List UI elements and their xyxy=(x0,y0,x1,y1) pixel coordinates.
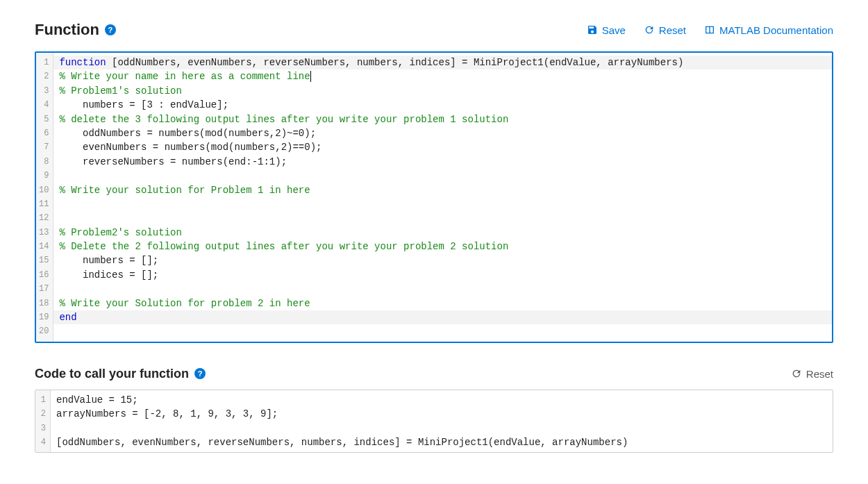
code-line[interactable]: numbers = [3 : endValue]; xyxy=(53,98,832,112)
save-label: Save xyxy=(602,24,626,36)
code-line[interactable]: oddNumbers = numbers(mod(numbers,2)~=0); xyxy=(53,126,832,140)
call-reset-button[interactable]: Reset xyxy=(791,368,833,380)
code-line[interactable]: % Write your Solution for problem 2 in h… xyxy=(53,297,832,310)
code-token: arrayNumbers = [-2, 8, 1, 9, 3, 3, 9]; xyxy=(56,408,278,419)
function-gutter: 1234567891011121314151617181920 xyxy=(36,53,53,342)
code-token: % Write your name in here as a comment l… xyxy=(59,71,310,82)
gutter-line-number: 17 xyxy=(39,282,49,296)
code-line[interactable]: function [oddNumbers, evenNumbers, rever… xyxy=(53,56,832,69)
code-token: [oddNumbers, evenNumbers, reverseNumbers… xyxy=(106,57,684,68)
function-header: Function ? Save Reset MATLAB Documentati… xyxy=(35,21,833,39)
code-line[interactable]: end xyxy=(53,310,832,324)
reset-icon xyxy=(644,24,655,35)
code-line[interactable] xyxy=(51,422,833,435)
code-token: numbers = []; xyxy=(59,255,158,266)
code-token: % Delete the 2 following output lines af… xyxy=(59,241,508,252)
code-line[interactable]: arrayNumbers = [-2, 8, 1, 9, 3, 3, 9]; xyxy=(51,407,833,421)
code-line[interactable]: reverseNumbers = numbers(end:-1:1); xyxy=(53,155,832,169)
code-line[interactable] xyxy=(53,211,832,225)
function-actions: Save Reset MATLAB Documentation xyxy=(587,24,833,36)
gutter-line-number: 8 xyxy=(39,155,49,169)
code-token: indices = []; xyxy=(59,269,158,281)
code-token: % Problem2's solution xyxy=(59,227,181,238)
save-button[interactable]: Save xyxy=(587,24,626,36)
code-line[interactable]: % Problem1's solution xyxy=(53,84,832,98)
gutter-line-number: 3 xyxy=(38,422,46,435)
code-token: oddNumbers = numbers(mod(numbers,2)~=0); xyxy=(59,128,316,139)
gutter-line-number: 2 xyxy=(38,407,46,421)
gutter-line-number: 5 xyxy=(39,112,49,126)
call-gutter: 1234 xyxy=(35,390,51,453)
gutter-line-number: 3 xyxy=(39,84,49,98)
call-reset-label: Reset xyxy=(806,368,833,380)
function-code-lines[interactable]: function [oddNumbers, evenNumbers, rever… xyxy=(53,53,832,342)
reset-icon xyxy=(791,368,802,379)
gutter-line-number: 16 xyxy=(39,268,49,282)
gutter-line-number: 12 xyxy=(39,211,49,225)
gutter-line-number: 14 xyxy=(39,240,49,253)
code-token: end xyxy=(59,312,76,323)
gutter-line-number: 1 xyxy=(39,56,49,69)
help-icon[interactable]: ? xyxy=(105,24,116,35)
reset-label: Reset xyxy=(659,24,686,36)
function-code-editor[interactable]: 1234567891011121314151617181920 function… xyxy=(35,51,833,343)
gutter-line-number: 20 xyxy=(39,324,49,338)
code-line[interactable] xyxy=(53,324,832,338)
code-token: evenNumbers = numbers(mod(numbers,2)==0)… xyxy=(59,142,322,153)
code-line[interactable]: indices = []; xyxy=(53,268,832,282)
gutter-line-number: 7 xyxy=(39,140,49,154)
docs-label: MATLAB Documentation xyxy=(719,24,833,36)
gutter-line-number: 4 xyxy=(39,98,49,112)
gutter-line-number: 6 xyxy=(39,126,49,140)
code-token: % delete the 3 following output lines af… xyxy=(59,114,508,125)
code-line[interactable]: % Problem2's solution xyxy=(53,226,832,240)
function-title-wrap: Function ? xyxy=(35,21,116,39)
gutter-line-number: 13 xyxy=(39,226,49,240)
code-line[interactable]: evenNumbers = numbers(mod(numbers,2)==0)… xyxy=(53,140,832,154)
code-line[interactable] xyxy=(53,197,832,211)
book-icon xyxy=(704,24,715,35)
gutter-line-number: 9 xyxy=(39,169,49,183)
help-icon[interactable]: ? xyxy=(194,368,206,379)
code-line[interactable]: % Write your solution for Problem 1 in h… xyxy=(53,183,832,197)
code-line[interactable] xyxy=(53,169,832,183)
call-title-wrap: Code to call your function ? xyxy=(35,367,206,381)
reset-button[interactable]: Reset xyxy=(644,24,686,36)
gutter-line-number: 2 xyxy=(39,69,49,83)
code-token: reverseNumbers = numbers(end:-1:1); xyxy=(59,156,287,167)
gutter-line-number: 4 xyxy=(38,435,46,449)
text-cursor xyxy=(310,71,311,82)
code-token: function xyxy=(59,57,106,68)
code-token: numbers = [3 : endValue]; xyxy=(59,99,228,110)
docs-button[interactable]: MATLAB Documentation xyxy=(704,24,833,36)
code-token: % Write your solution for Problem 1 in h… xyxy=(59,185,310,196)
gutter-line-number: 1 xyxy=(38,393,46,407)
gutter-line-number: 15 xyxy=(39,253,49,267)
code-token: % Problem1's solution xyxy=(59,85,181,97)
gutter-line-number: 18 xyxy=(39,297,49,310)
code-line[interactable]: % Delete the 2 following output lines af… xyxy=(53,240,832,253)
call-code-editor[interactable]: 1234 endValue = 15;arrayNumbers = [-2, 8… xyxy=(35,390,833,453)
gutter-line-number: 10 xyxy=(39,183,49,197)
call-title: Code to call your function xyxy=(35,367,189,381)
gutter-line-number: 19 xyxy=(39,310,49,324)
function-title: Function xyxy=(35,21,99,39)
code-token: endValue = 15; xyxy=(56,394,138,406)
code-token: % Write your Solution for problem 2 in h… xyxy=(59,298,310,309)
code-line[interactable] xyxy=(53,282,832,296)
call-header: Code to call your function ? Reset xyxy=(35,367,833,381)
gutter-line-number: 11 xyxy=(39,197,49,211)
code-token: [oddNumbers, evenNumbers, reverseNumbers… xyxy=(56,437,628,448)
code-line[interactable]: % Write your name in here as a comment l… xyxy=(53,69,832,83)
save-icon xyxy=(587,24,598,35)
code-line[interactable]: endValue = 15; xyxy=(51,393,833,407)
call-code-lines[interactable]: endValue = 15;arrayNumbers = [-2, 8, 1, … xyxy=(51,390,833,453)
code-line[interactable]: % delete the 3 following output lines af… xyxy=(53,112,832,126)
code-line[interactable]: numbers = []; xyxy=(53,253,832,267)
code-line[interactable]: [oddNumbers, evenNumbers, reverseNumbers… xyxy=(51,435,833,449)
